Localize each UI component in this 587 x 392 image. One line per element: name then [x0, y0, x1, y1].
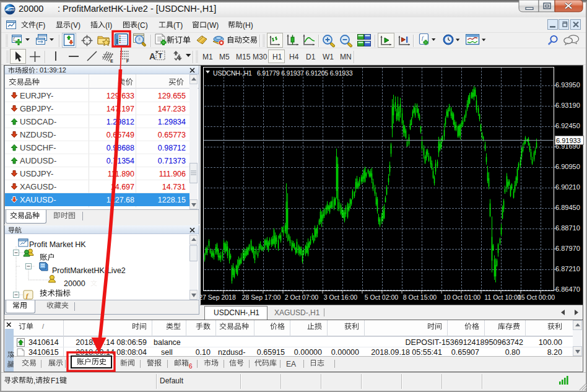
svg-text:PROFIT: PROFIT: [6, 9, 15, 12]
svg-text:T: T: [159, 52, 163, 59]
svg-text:F: F: [126, 59, 129, 63]
svg-text:E: E: [110, 59, 113, 63]
